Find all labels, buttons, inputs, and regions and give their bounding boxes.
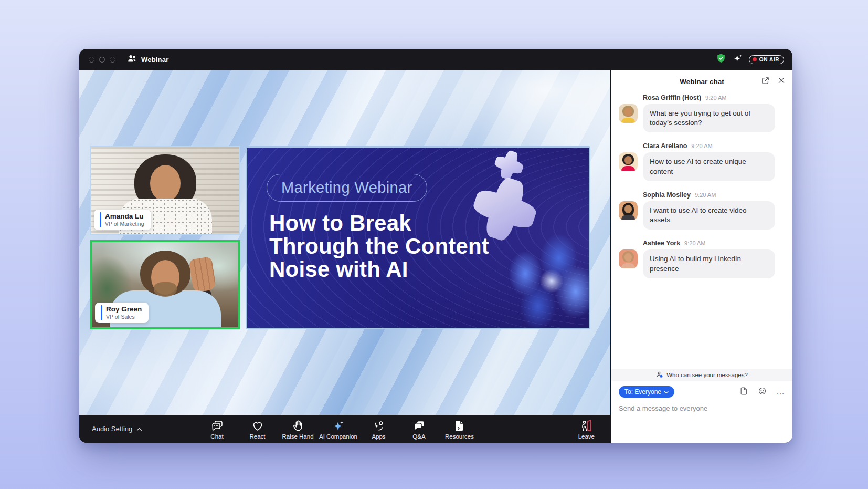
- qa-icon: [413, 420, 426, 432]
- person-check-icon: [656, 371, 663, 379]
- window-control-zoom[interactable]: [110, 57, 115, 63]
- participant-tile-amanda[interactable]: Amanda Lu VP of Marketing: [90, 146, 240, 235]
- participants-icon: [127, 54, 137, 66]
- avatar: [619, 249, 638, 268]
- to-selector[interactable]: To: Everyone: [619, 386, 674, 398]
- participant-name: Roy Green: [106, 305, 142, 314]
- message-author: Sophia Mosiley: [643, 191, 691, 199]
- window-control-minimize[interactable]: [99, 57, 105, 63]
- meeting-toolbar: Audio Setting Chat: [79, 415, 610, 443]
- message-time: 9:20 AM: [691, 143, 712, 149]
- chat-message: Clara Arellano 9:20 AM How to use AI to …: [619, 142, 785, 181]
- ai-companion-button[interactable]: AI Companion: [318, 418, 358, 440]
- window-title: Webinar: [141, 56, 168, 64]
- resources-button[interactable]: Resources: [439, 418, 480, 440]
- avatar: [619, 152, 638, 171]
- message-input[interactable]: Send a message to everyone: [619, 404, 785, 412]
- ai-sparkle-icon: [332, 420, 345, 432]
- name-tag-accent: [101, 305, 102, 320]
- message-bubble: How to use AI to create unique content: [643, 152, 775, 181]
- window-control-close[interactable]: [89, 57, 94, 63]
- message-author: Clara Arellano: [643, 142, 687, 150]
- avatar: [619, 104, 638, 123]
- raised-hand-icon: [292, 420, 304, 432]
- message-bubble: Using AI to build my LinkedIn presence: [643, 249, 775, 278]
- webinar-window: Webinar ON AIR: [79, 49, 792, 443]
- participant-role: VP of Sales: [106, 314, 142, 320]
- slide-badge: Marketing Webinar: [267, 174, 427, 202]
- chat-message: Rosa Griffin (Host) 9:20 AM What are you…: [619, 94, 785, 132]
- apps-icon: [373, 420, 385, 432]
- chevron-down-icon: [664, 388, 669, 396]
- security-shield-icon[interactable]: [716, 53, 726, 66]
- name-tag-accent: [100, 212, 101, 227]
- chevron-up-icon: [136, 425, 142, 433]
- audio-setting-button[interactable]: Audio Setting: [92, 425, 142, 433]
- apps-button[interactable]: Apps: [358, 418, 399, 440]
- avatar: [619, 201, 638, 220]
- titlebar: Webinar ON AIR: [79, 49, 792, 70]
- message-time: 9:20 AM: [684, 240, 705, 246]
- participant-role: VP of Marketing: [105, 221, 144, 227]
- heart-icon: [251, 420, 264, 432]
- close-icon[interactable]: [778, 77, 785, 86]
- raise-hand-button[interactable]: Raise Hand: [278, 418, 318, 440]
- more-options-icon[interactable]: …: [776, 389, 785, 394]
- message-author: Rosa Griffin (Host): [643, 94, 701, 101]
- resources-icon: [453, 420, 466, 432]
- flower-shape: [494, 226, 590, 329]
- name-tag: Amanda Lu VP of Marketing: [94, 210, 151, 230]
- react-button[interactable]: React: [237, 418, 278, 440]
- desktop: { "window": { "title": "Webinar", "on_ai…: [0, 0, 868, 489]
- window-controls: [89, 57, 115, 63]
- message-time: 9:20 AM: [705, 95, 726, 101]
- chat-message: Sophia Mosiley 9:20 AM I want to use AI …: [619, 191, 785, 230]
- slide-title: How to Break Through the Content Noise w…: [269, 212, 506, 281]
- privacy-text: Who can see your messages?: [666, 372, 748, 378]
- ai-companion-titlebar-icon[interactable]: [733, 54, 743, 66]
- emoji-icon[interactable]: [758, 387, 767, 398]
- chat-compose-area: Who can see your messages? To: Everyone: [611, 369, 792, 443]
- leave-door-icon: [580, 420, 592, 432]
- video-stage: Amanda Lu VP of Marketing Roy Green VP o…: [79, 70, 610, 415]
- toolbar-button-group: Chat React Raise Hand: [197, 418, 480, 440]
- chat-message: Ashlee York 9:20 AM Using AI to build my…: [619, 240, 785, 278]
- file-icon[interactable]: [739, 387, 748, 398]
- message-bubble: I want to use AI to create video assets: [643, 201, 775, 230]
- name-tag: Roy Green VP of Sales: [95, 303, 149, 323]
- chat-button[interactable]: Chat: [197, 418, 237, 440]
- record-dot-icon: [753, 57, 757, 61]
- leave-button[interactable]: Leave: [578, 418, 595, 440]
- on-air-badge: ON AIR: [749, 55, 784, 64]
- message-time: 9:20 AM: [695, 192, 716, 198]
- presentation-slide: Marketing Webinar How to Break Through t…: [246, 146, 590, 329]
- message-bubble: What are you trying to get out of today’…: [643, 104, 775, 132]
- message-author: Ashlee York: [643, 240, 680, 247]
- participant-tile-roy[interactable]: Roy Green VP of Sales: [90, 240, 240, 329]
- qa-button[interactable]: Q&A: [399, 418, 439, 440]
- participant-name: Amanda Lu: [105, 212, 144, 221]
- chat-title: Webinar chat: [680, 78, 724, 86]
- chat-icon: [211, 420, 224, 432]
- message-list: Rosa Griffin (Host) 9:20 AM What are you…: [611, 93, 792, 278]
- chat-header: Webinar chat: [611, 70, 792, 93]
- popout-icon[interactable]: [761, 76, 770, 87]
- privacy-notice[interactable]: Who can see your messages?: [611, 369, 792, 381]
- chat-panel: Webinar chat Rosa Griffin (Host) 9:20 AM: [610, 70, 792, 443]
